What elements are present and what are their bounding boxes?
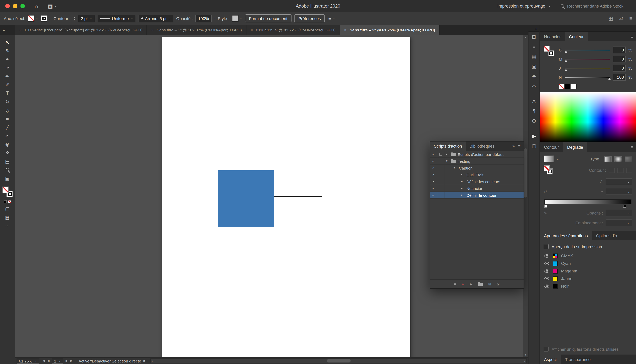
artboard-navigation-field[interactable]: 1 ⌄ — [52, 358, 63, 364]
controlbar-menu-icon[interactable]: ≡ — [629, 16, 632, 21]
panel-icon-opentype[interactable]: O — [528, 116, 540, 126]
yellow-value-field[interactable]: 0 — [613, 65, 626, 72]
expand-icon[interactable]: ▸ — [461, 173, 464, 176]
document-tab[interactable]: × BTC–Rise [Récupéré] [Récupéré].ai* @ 3… — [15, 25, 147, 35]
gradient-bar[interactable] — [544, 200, 631, 204]
horizontal-scrollbar-thumb[interactable] — [327, 359, 351, 362]
spot-only-checkbox[interactable] — [544, 346, 548, 352]
stop-icon[interactable]: ■ — [454, 282, 456, 286]
fill-stroke-indicator[interactable] — [2, 186, 13, 197]
black-swatch[interactable] — [565, 84, 570, 89]
workspace-switcher[interactable]: Impression et épreuvage ⌄ — [497, 4, 551, 8]
collapse-panels-button[interactable]: » — [528, 25, 539, 32]
stroke-along-button[interactable] — [617, 168, 623, 173]
panel-icon-appearance[interactable]: ◈ — [528, 71, 540, 81]
chevron-right-icon[interactable]: › — [214, 17, 215, 20]
gradient-fill-stroke-indicator[interactable] — [544, 165, 553, 175]
preferences-button[interactable]: Préférences — [294, 14, 325, 22]
graph-tool[interactable]: ▤ — [0, 157, 15, 166]
action-step-row[interactable]: ✓ ▸ Outil Trait — [430, 172, 523, 178]
visibility-eye-icon[interactable] — [544, 284, 549, 288]
panel-icon-actions[interactable]: ▶ — [528, 131, 540, 141]
paintbrush-tool[interactable]: ✏ — [0, 72, 15, 80]
home-button[interactable]: ⌂ — [35, 3, 38, 9]
tab-separations-preview[interactable]: Aperçu des séparations — [540, 231, 592, 240]
overprint-preview-row[interactable]: Aperçu de la surimpression — [540, 243, 636, 252]
none-mode-swatch[interactable] — [8, 200, 11, 203]
stepper-up-icon[interactable]: ▲ — [73, 16, 76, 18]
tab-color[interactable]: Couleur — [565, 32, 588, 41]
alignment-button[interactable]: ≡ ⌄ — [328, 16, 335, 21]
black-value-field[interactable]: 100 — [613, 74, 626, 80]
brush-dropdown[interactable]: Arrondi 5 pt ⌄ — [139, 14, 174, 22]
dialog-toggle[interactable] — [437, 185, 444, 192]
spot-only-row[interactable]: Afficher uniq. les tons directs utilisés — [540, 344, 636, 354]
status-play-icon[interactable]: ▶ — [144, 359, 146, 362]
artwork-line[interactable] — [274, 196, 322, 197]
tab-object-options[interactable]: Options d'o — [592, 231, 621, 240]
radial-gradient-button[interactable] — [614, 156, 622, 162]
fill-indicator-swatch[interactable] — [544, 165, 550, 172]
canvas[interactable]: ▲ ▼ Scripts d'action Bibliothèques » — [15, 35, 528, 357]
panel-icon-character[interactable]: A — [528, 96, 540, 106]
minimize-window-button[interactable] — [13, 4, 18, 8]
select-similar-icon[interactable]: ▦ — [608, 16, 613, 21]
scroll-up-icon[interactable]: ▲ — [524, 36, 527, 38]
panel-icon-links[interactable]: ∞ — [528, 81, 540, 91]
new-action-icon[interactable]: ⊞ — [488, 282, 491, 286]
dialog-toggle[interactable] — [437, 164, 444, 171]
cyan-value-field[interactable]: 0 — [613, 46, 626, 53]
stroke-within-button[interactable] — [609, 168, 615, 173]
collapse-icon[interactable]: ▾ — [446, 159, 449, 163]
action-set-row[interactable]: ✓ ▾ Testing — [430, 158, 523, 164]
document-setup-button[interactable]: Format de document — [245, 14, 292, 22]
draw-mode-button[interactable]: ▢ — [0, 204, 15, 213]
fill-stroke-indicator-small[interactable] — [544, 46, 555, 57]
rectangle-tool[interactable]: ■ — [0, 114, 15, 123]
stroke-width-field[interactable]: 2 pt ⌄ — [78, 14, 95, 22]
freeform-gradient-button[interactable] — [625, 156, 632, 162]
slider-thumb[interactable] — [608, 78, 611, 80]
type-tool[interactable]: T — [0, 89, 15, 98]
color-spectrum[interactable] — [540, 92, 636, 142]
gradient-location-dropdown[interactable]: ⌄ — [606, 220, 632, 226]
horizontal-scrollbar[interactable]: ‹ › — [150, 358, 527, 363]
fill-color-control[interactable]: ⌄ — [28, 15, 38, 22]
shape-tool[interactable]: ◇ — [0, 106, 15, 114]
expand-icon[interactable]: ▸ — [461, 186, 464, 190]
panel-icon-artboards[interactable]: ▣ — [528, 61, 540, 71]
magenta-slider[interactable] — [565, 58, 610, 60]
magenta-value-field[interactable]: 0 — [613, 56, 626, 62]
gradient-opacity-dropdown[interactable]: ⌄ — [606, 210, 632, 216]
last-artboard-button[interactable]: ▶| — [70, 359, 73, 362]
visibility-eye-icon[interactable] — [544, 254, 549, 258]
graphic-style-dropdown[interactable]: ⌄ — [232, 15, 242, 22]
vertical-scrollbar-thumb[interactable] — [524, 148, 527, 198]
stepper-down-icon[interactable]: ▼ — [73, 18, 76, 20]
gradient-preview[interactable] — [544, 156, 554, 162]
gradient-stop-white[interactable] — [544, 205, 547, 208]
white-swatch[interactable] — [571, 84, 576, 89]
panel-menu-icon[interactable]: ≡ — [518, 144, 520, 148]
tab-aspect[interactable]: Aspect — [540, 354, 561, 364]
action-step-row-selected[interactable]: ✓ ▸ Définir le contour — [430, 192, 523, 199]
artboard[interactable] — [162, 37, 410, 357]
close-tab-icon[interactable]: × — [19, 28, 22, 32]
fullscreen-window-button[interactable] — [21, 4, 25, 8]
collapse-panel-icon[interactable]: » — [512, 144, 515, 148]
scroll-down-icon[interactable]: ▼ — [524, 354, 527, 356]
panel-icon-separations[interactable]: ▢ — [528, 141, 540, 150]
fill-swatch[interactable] — [28, 15, 35, 22]
stroke-width-stepper[interactable]: ▲ ▼ — [73, 16, 76, 20]
document-tab[interactable]: × Sans titre – 1* @ 102,87% (CMJN/Aperçu… — [147, 25, 246, 35]
fill-indicator-swatch[interactable] — [2, 186, 9, 193]
toggle-item-check[interactable]: ✓ — [430, 172, 437, 178]
screen-mode-button[interactable]: ▦ — [0, 213, 15, 222]
aspect-ratio-dropdown[interactable]: ⌄ — [606, 188, 632, 195]
pen-tool[interactable]: ✒ — [0, 55, 15, 64]
record-icon[interactable]: ● — [462, 282, 464, 286]
action-step-row[interactable]: ✓ ▸ Nuancier — [430, 185, 523, 192]
scroll-right-icon[interactable]: › — [524, 359, 525, 363]
panel-icon-align[interactable]: ≡ — [528, 42, 540, 52]
visibility-eye-icon[interactable] — [544, 277, 549, 280]
